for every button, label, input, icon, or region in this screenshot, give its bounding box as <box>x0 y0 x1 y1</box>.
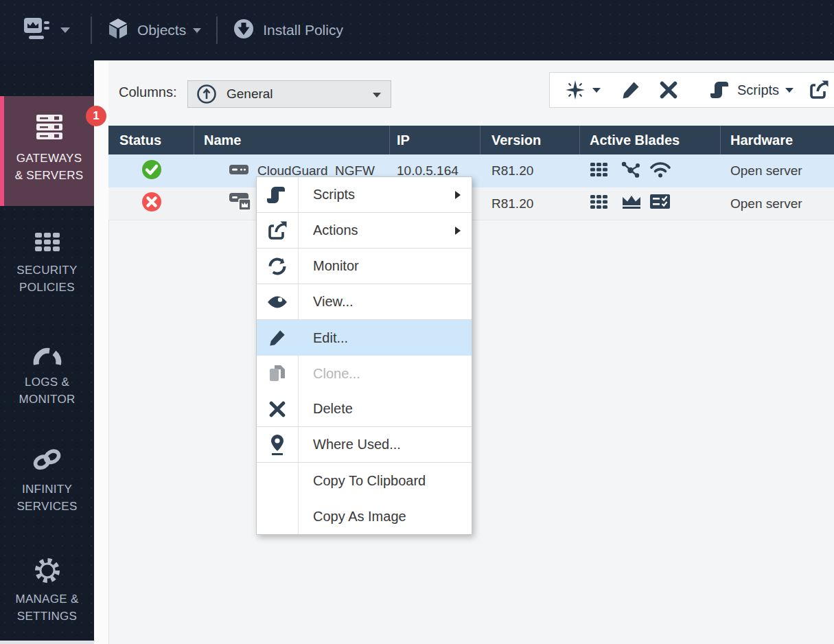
infinity-icon <box>30 444 65 477</box>
scripts-dropdown-button[interactable]: Scripts <box>737 82 779 98</box>
sidebar-item-logs-monitor[interactable]: LOGS & MONITOR <box>0 347 94 408</box>
objects-cube-icon <box>107 18 129 43</box>
view-eye-icon <box>257 294 298 310</box>
menu-item-actions[interactable]: Actions <box>257 213 472 249</box>
sidebar-item-label: MONITOR <box>0 391 94 408</box>
scripts-icon <box>710 80 731 100</box>
delete-x-icon[interactable] <box>660 81 677 99</box>
sidebar-item-label: SETTINGS <box>0 608 94 625</box>
edit-pencil-icon <box>257 329 298 347</box>
menu-item-copy-as-image[interactable]: Copy As Image <box>257 498 472 534</box>
submenu-arrow-icon <box>455 191 461 199</box>
sidebar-item-label: GATEWAYS <box>4 150 94 167</box>
menu-item-view[interactable]: View... <box>257 284 472 320</box>
columns-label: Columns: <box>119 84 176 100</box>
sidebar-item-manage-settings[interactable]: MANAGE & SETTINGS <box>0 557 94 625</box>
column-header-name[interactable]: Name <box>194 126 390 154</box>
new-object-star-icon[interactable] <box>565 80 586 100</box>
install-policy-icon <box>233 18 255 43</box>
gateways-toolbar: Scripts Actions <box>549 72 834 108</box>
chevron-down-icon <box>373 93 381 97</box>
app-grid-icon <box>590 194 613 214</box>
column-header-status[interactable]: Status <box>108 126 194 154</box>
active-blades-cell <box>580 154 721 187</box>
scripts-icon <box>257 185 298 205</box>
columns-profile-value: General <box>227 87 273 102</box>
column-header-ip[interactable]: IP <box>390 126 480 154</box>
column-profile-icon <box>196 84 217 104</box>
topbar-divider <box>216 16 218 44</box>
management-gateway-icon <box>229 192 252 215</box>
menu-item-where-used[interactable]: Where Used... <box>257 427 472 463</box>
sidebar-item-label: & SERVERS <box>4 167 94 184</box>
objects-button[interactable]: Objects <box>137 22 186 38</box>
active-blades-cell <box>580 187 721 220</box>
cluster-icon <box>620 161 642 182</box>
top-menu-bar: Objects Install Policy <box>0 0 834 60</box>
content-left-margin <box>94 60 108 644</box>
menu-item-edit[interactable]: Edit... <box>257 320 472 356</box>
table-header-row: Status Name IP Version Active Blades Har… <box>108 126 834 154</box>
column-header-version[interactable]: Version <box>480 126 580 154</box>
edit-pencil-icon[interactable] <box>621 80 640 100</box>
status-badge: 1 <box>86 106 106 126</box>
policy-grid-icon <box>34 232 60 255</box>
checklist-icon <box>650 194 671 214</box>
status-ok-icon <box>141 159 163 184</box>
main-navigation-sidebar: 1 GATEWAYS & SERVERS SECURITY P <box>0 60 94 641</box>
sidebar-item-infinity-services[interactable]: INFINITY SERVICES <box>0 445 94 515</box>
status-error-icon <box>141 191 163 216</box>
where-used-pin-icon <box>257 434 298 456</box>
column-header-active-blades[interactable]: Active Blades <box>580 126 721 154</box>
gateway-hardware: Open server <box>721 154 834 187</box>
menu-item-clone[interactable]: Clone... <box>257 356 472 391</box>
clone-icon <box>257 364 298 383</box>
install-policy-button[interactable]: Install Policy <box>263 22 343 38</box>
actions-icon <box>809 80 829 100</box>
column-header-hardware[interactable]: Hardware <box>721 126 834 154</box>
sidebar-item-label: MANAGE & <box>0 590 94 608</box>
scripts-caret-icon[interactable] <box>785 88 794 93</box>
menu-item-delete[interactable]: Delete <box>257 391 472 427</box>
sidebar-item-gateways-servers[interactable]: 1 GATEWAYS & SERVERS <box>0 96 94 206</box>
gateway-version: R81.20 <box>480 154 580 187</box>
crown-icon <box>620 194 643 214</box>
columns-profile-dropdown[interactable]: General <box>187 80 391 108</box>
actions-icon <box>257 220 298 241</box>
app-grid-icon <box>590 161 613 181</box>
sidebar-item-label: LOGS & <box>0 373 94 391</box>
window-bottom-edge <box>0 641 94 644</box>
sidebar-item-label: SERVICES <box>0 498 94 515</box>
servers-icon <box>34 113 65 145</box>
sidebar-item-label: POLICIES <box>0 279 94 296</box>
gateway-icon <box>229 163 249 180</box>
gauge-icon <box>32 347 62 369</box>
new-object-caret-icon[interactable] <box>592 88 601 93</box>
sidebar-item-label: INFINITY <box>0 481 94 498</box>
submenu-arrow-icon <box>455 227 461 235</box>
menu-caret-icon[interactable] <box>60 27 70 33</box>
menu-item-scripts[interactable]: Scripts <box>257 177 472 213</box>
delete-x-icon <box>257 401 298 417</box>
objects-caret-icon[interactable] <box>193 28 201 33</box>
monitor-icon <box>257 256 298 277</box>
menu-item-copy-to-clipboard[interactable]: Copy To Clipboard <box>257 463 472 498</box>
wifi-icon <box>649 161 672 182</box>
sidebar-item-label: SECURITY <box>0 262 94 279</box>
gateway-hardware: Open server <box>721 187 834 220</box>
gateway-version: R81.20 <box>480 187 580 220</box>
gear-icon <box>32 555 62 588</box>
sidebar-item-security-policies[interactable]: SECURITY POLICIES <box>0 231 94 296</box>
gateway-context-menu: Scripts Actions Monitor <box>256 176 472 535</box>
menu-item-monitor[interactable]: Monitor <box>257 249 472 284</box>
smartconsole-menu-icon[interactable] <box>23 17 51 43</box>
topbar-divider <box>91 16 92 44</box>
